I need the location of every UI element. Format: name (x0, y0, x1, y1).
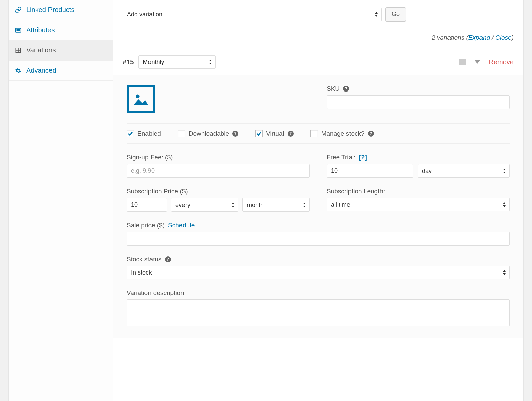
remove-variation-link[interactable]: Remove (489, 58, 514, 66)
subscription-length-select[interactable]: all time (327, 198, 510, 211)
product-data-tabs: Linked Products Attributes Variations Ad… (8, 0, 113, 401)
virtual-checkbox[interactable] (255, 130, 263, 137)
divider (127, 123, 510, 124)
variation-image-placeholder[interactable] (127, 85, 155, 113)
sidebar-item-linked-products[interactable]: Linked Products (9, 0, 113, 20)
subscription-interval-select[interactable]: every (171, 198, 238, 212)
variations-panel: Add variation Go 2 variations (Expand / … (113, 0, 524, 401)
subscription-price-label: Subscription Price ($) (127, 188, 188, 195)
variation-action-select[interactable]: Add variation (123, 8, 382, 21)
subscription-period-select[interactable]: month (242, 198, 310, 212)
variation-flags-row: Enabled Downloadable ? Virtual ? (127, 130, 510, 137)
variation-description-label: Variation description (127, 289, 184, 297)
sidebar-item-variations[interactable]: Variations (9, 40, 113, 61)
sale-price-input[interactable] (127, 232, 510, 246)
help-icon[interactable]: ? (232, 131, 238, 137)
signup-fee-input[interactable] (127, 164, 310, 178)
drag-handle-icon[interactable] (459, 59, 466, 65)
gear-icon (15, 67, 22, 74)
sidebar-item-advanced[interactable]: Advanced (9, 61, 113, 81)
separator: / (490, 34, 495, 41)
collapse-icon[interactable] (475, 60, 480, 64)
downloadable-checkbox[interactable] (178, 130, 185, 137)
help-icon[interactable]: ? (343, 86, 349, 92)
sale-price-label: Sale price ($) (127, 222, 165, 229)
variations-toolbar: Add variation Go 2 variations (Expand / … (113, 0, 523, 49)
subscription-price-input[interactable] (127, 198, 167, 212)
closing-paren: ) (512, 34, 514, 41)
downloadable-label: Downloadable (189, 130, 229, 137)
free-trial-help-link[interactable]: [?] (359, 154, 367, 161)
virtual-label: Virtual (266, 130, 284, 137)
sidebar-item-label: Linked Products (26, 6, 74, 14)
list-icon (15, 27, 22, 34)
go-button[interactable]: Go (385, 7, 406, 21)
divider (127, 143, 510, 144)
manage-stock-label: Manage stock? (321, 130, 365, 137)
stock-status-select[interactable]: In stock (127, 266, 510, 279)
variation-header[interactable]: #15 Monthly Remove (113, 49, 523, 75)
grid-icon (15, 47, 22, 54)
variation-id: #15 (123, 58, 134, 66)
variation-attribute-select[interactable]: Monthly (138, 55, 216, 69)
free-trial-label: Free Trial: (327, 154, 356, 161)
close-link[interactable]: Close (495, 34, 512, 41)
help-icon[interactable]: ? (368, 131, 374, 137)
sku-input[interactable] (327, 95, 510, 109)
subscription-length-label: Subscription Length: (327, 188, 385, 195)
variation-description-textarea[interactable] (127, 299, 510, 326)
stock-status-label: Stock status (127, 256, 162, 263)
manage-stock-checkbox[interactable] (310, 130, 318, 137)
sidebar-item-label: Advanced (26, 67, 56, 74)
help-icon[interactable]: ? (165, 256, 171, 262)
sidebar-item-label: Variations (26, 46, 56, 54)
variations-count-prefix: 2 variations ( (432, 34, 468, 41)
expand-link[interactable]: Expand (468, 34, 490, 41)
help-icon[interactable]: ? (288, 131, 294, 137)
free-trial-value-input[interactable] (327, 164, 413, 178)
sidebar-item-label: Attributes (26, 26, 55, 34)
variations-count-text: 2 variations (Expand / Close) (123, 34, 514, 41)
variation-body: SKU ? Enabled Dow (113, 75, 523, 338)
enabled-label: Enabled (137, 130, 161, 137)
enabled-checkbox[interactable] (127, 130, 134, 137)
svg-point-9 (136, 94, 139, 98)
sku-label: SKU (327, 85, 340, 93)
free-trial-unit-select[interactable]: day (418, 164, 510, 178)
schedule-link[interactable]: Schedule (168, 222, 195, 229)
signup-fee-label: Sign-up Fee: ($) (127, 154, 173, 161)
sidebar-item-attributes[interactable]: Attributes (9, 20, 113, 40)
link-icon (15, 7, 22, 13)
